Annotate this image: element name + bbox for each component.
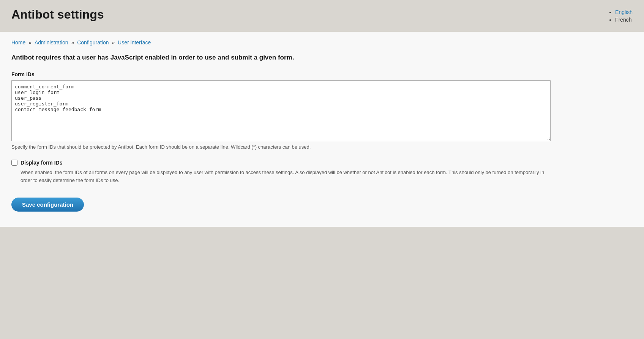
- display-form-ids-description: When enabled, the form IDs of all forms …: [21, 169, 552, 185]
- language-english[interactable]: English: [615, 9, 633, 15]
- save-configuration-button[interactable]: Save configuration: [11, 198, 84, 212]
- breadcrumb-administration[interactable]: Administration: [35, 39, 68, 46]
- page-title: Antibot settings: [11, 8, 104, 22]
- breadcrumb: Home » Administration » Configuration » …: [11, 39, 633, 46]
- form-ids-description: Specify the form IDs that should be prot…: [11, 143, 551, 151]
- form-ids-textarea[interactable]: [11, 80, 551, 141]
- language-english-link[interactable]: English: [615, 9, 633, 15]
- language-french[interactable]: French: [615, 17, 633, 23]
- intro-text: Antibot requires that a user has JavaScr…: [11, 53, 633, 62]
- breadcrumb-sep-3: »: [112, 39, 116, 46]
- display-form-ids-checkbox[interactable]: [11, 160, 17, 166]
- breadcrumb-sep-1: »: [28, 39, 33, 46]
- language-french-label: French: [615, 17, 632, 23]
- display-form-ids-label: Display form IDs: [21, 160, 62, 166]
- display-form-ids-row: Display form IDs: [11, 160, 633, 166]
- breadcrumb-home[interactable]: Home: [11, 39, 25, 46]
- breadcrumb-configuration[interactable]: Configuration: [77, 39, 109, 46]
- language-switcher: English French: [608, 9, 633, 24]
- main-content: Home » Administration » Configuration » …: [0, 32, 644, 227]
- breadcrumb-user-interface[interactable]: User interface: [118, 39, 151, 46]
- display-form-ids-section: Display form IDs When enabled, the form …: [11, 160, 633, 185]
- page-header: Antibot settings English French: [0, 0, 644, 32]
- form-ids-label: Form IDs: [11, 71, 633, 77]
- form-ids-section: Form IDs Specify the form IDs that shoul…: [11, 71, 633, 151]
- breadcrumb-sep-2: »: [71, 39, 76, 46]
